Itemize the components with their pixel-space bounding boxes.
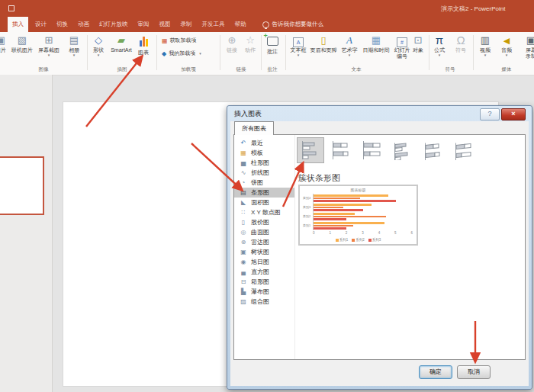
tab-view[interactable]: 视图	[156, 17, 174, 32]
link-button[interactable]: ⊕ 链接	[222, 34, 242, 53]
list-item-waterfall[interactable]: ▙瀑布图	[234, 287, 294, 297]
video-icon: ▥	[475, 34, 495, 47]
slide-number-icon: #	[397, 37, 407, 47]
list-item-pie[interactable]: ◔饼图	[234, 178, 294, 188]
tab-transitions[interactable]: 切换	[53, 17, 71, 32]
subtype-3d-clustered-bar[interactable]	[388, 137, 416, 163]
subtype-heading: 簇状条形图	[298, 172, 340, 184]
bar-chart-icon: ▤	[240, 189, 247, 196]
group-label-comments: 批注	[268, 66, 278, 73]
preview-x-axis: 0123456	[313, 231, 413, 235]
bar-3d-clustered-icon	[391, 140, 413, 160]
equation-button[interactable]: π 公式 ▾	[429, 34, 449, 57]
tab-insert[interactable]: 插入	[8, 17, 28, 32]
area-chart-icon: ◣	[240, 199, 247, 206]
tab-review[interactable]: 审阅	[135, 17, 153, 32]
list-item-surface[interactable]: ◎曲面图	[234, 227, 294, 237]
dialog-body: 所有图表 ↶最近 ▦模板 ▅柱形图 ∿折线图 ◔饼图 ▤条形图 ◣面积图 ∷X …	[230, 121, 529, 386]
my-addins-icon: ◆	[162, 50, 166, 57]
list-item-treemap[interactable]: ▣树状图	[234, 247, 294, 257]
group-label-media: 媒体	[502, 66, 512, 73]
histogram-chart-icon: ▄	[240, 268, 247, 275]
video-button[interactable]: ▥ 视频 ▾	[475, 34, 495, 57]
column-chart-icon: ▅	[240, 159, 247, 166]
list-item-area[interactable]: ◣面积图	[234, 198, 294, 207]
tab-design[interactable]: 设计	[32, 17, 50, 32]
get-addins-button[interactable]: ▦ 获取加载项	[162, 37, 197, 44]
object-button[interactable]: ⊡ 对象	[408, 34, 428, 53]
group-label-symbols: 符号	[446, 66, 455, 73]
close-icon[interactable]: ×	[501, 108, 526, 120]
quick-access-icon[interactable]	[8, 5, 14, 11]
ok-button[interactable]: 确定	[419, 365, 452, 379]
subtype-3d-stacked-bar[interactable]	[419, 137, 446, 163]
chart-icon	[140, 36, 148, 47]
chevron-down-icon: ▾	[475, 53, 495, 57]
symbol-button[interactable]: Ω 符号	[451, 34, 471, 53]
dialog-title: 插入图表	[234, 109, 262, 119]
tab-all-charts[interactable]: 所有图表	[234, 121, 274, 135]
tab-animations[interactable]: 动画	[75, 17, 92, 32]
help-button[interactable]: ?	[480, 108, 500, 120]
screen-recording-icon: ▣	[521, 34, 534, 47]
preview-chart-title: 图表标题	[300, 188, 417, 192]
chart-type-list: ↶最近 ▦模板 ▅柱形图 ∿折线图 ◔饼图 ▤条形图 ◣面积图 ∷X Y 散点图…	[234, 135, 295, 359]
chart-preview[interactable]: 图表标题 类别4类别3类别2类别1 0123456 系列1系列2系列3	[298, 185, 418, 246]
scatter-chart-icon: ∷	[240, 209, 247, 216]
bar-3d-percent-stacked-icon	[452, 140, 474, 160]
recent-icon: ↶	[240, 140, 247, 146]
audio-icon: ◀	[497, 34, 516, 47]
stacked-bar-icon	[330, 140, 352, 160]
title-bar: 演示文稿2 - PowerPoint	[0, 0, 534, 17]
comment-icon	[267, 37, 278, 46]
treemap-chart-icon: ▣	[240, 249, 247, 255]
list-item-stock[interactable]: ▯股价图	[234, 217, 294, 227]
slide-thumbnail[interactable]	[0, 156, 44, 215]
ribbon: ▣ 图片 ▧ 联机图片 ⊞ 屏幕截图 ▾ ▤ 相册 ▾ 图像 ◇ 形状 ▾ ▰ …	[0, 32, 534, 76]
cancel-button[interactable]: 取消	[457, 365, 491, 379]
symbol-icon: Ω	[451, 34, 471, 47]
bar-3d-stacked-icon	[422, 140, 443, 160]
group-label-addins: 加载项	[181, 66, 196, 73]
line-chart-icon: ∿	[240, 169, 247, 176]
slide-thumbnail-panel	[0, 75, 53, 392]
audio-button[interactable]: ◀ 音频 ▾	[497, 34, 516, 57]
subtype-3d-100-stacked-bar[interactable]	[449, 137, 477, 163]
store-icon: ▦	[162, 37, 168, 44]
waterfall-chart-icon: ▙	[240, 288, 247, 295]
object-icon: ⊡	[408, 34, 428, 47]
tell-me-box[interactable]: 告诉我你想要做什么	[262, 17, 324, 32]
list-item-boxwhisker[interactable]: ⊟箱形图	[234, 277, 294, 287]
list-item-column[interactable]: ▅柱形图	[234, 158, 294, 168]
list-item-templates[interactable]: ▦模板	[234, 148, 294, 158]
list-item-scatter[interactable]: ∷X Y 散点图	[234, 207, 294, 217]
list-item-line[interactable]: ∿折线图	[234, 168, 294, 178]
action-button[interactable]: ☆ 动作	[240, 34, 260, 53]
action-icon: ☆	[240, 34, 260, 47]
list-item-recent[interactable]: ↶最近	[234, 138, 294, 148]
list-item-bar[interactable]: ▤条形图	[234, 188, 294, 198]
stock-chart-icon: ▯	[240, 219, 247, 226]
list-item-histogram[interactable]: ▄直方图	[234, 267, 294, 277]
box-whisker-icon: ⊟	[240, 278, 247, 285]
subtype-stacked-bar[interactable]	[327, 137, 355, 163]
lightbulb-icon	[262, 21, 269, 28]
chevron-down-icon: ▾	[81, 53, 116, 57]
tab-slideshow[interactable]: 幻灯片放映	[96, 17, 131, 32]
radar-chart-icon: ⊛	[240, 239, 247, 246]
list-item-combo[interactable]: ▨组合图	[234, 297, 294, 307]
subtype-clustered-bar[interactable]	[297, 137, 324, 163]
list-item-radar[interactable]: ⊛雷达图	[234, 237, 294, 247]
subtype-100-stacked-bar[interactable]	[358, 137, 385, 163]
my-addins-button[interactable]: ◆ 我的加载项 ▾	[162, 50, 201, 57]
chevron-down-icon: ▾	[332, 53, 367, 57]
tab-developer[interactable]: 开发工具	[199, 17, 228, 32]
chevron-down-icon: ▾	[281, 53, 316, 57]
list-item-sunburst[interactable]: ◉旭日图	[234, 257, 294, 267]
group-label-images: 图像	[39, 66, 49, 73]
tab-record[interactable]: 录制	[178, 17, 195, 32]
tab-help[interactable]: 帮助	[232, 17, 249, 32]
clustered-bar-icon	[300, 140, 321, 160]
sunburst-chart-icon: ◉	[240, 259, 247, 265]
screen-recording-button[interactable]: ▣ 屏幕 录制	[521, 34, 534, 59]
